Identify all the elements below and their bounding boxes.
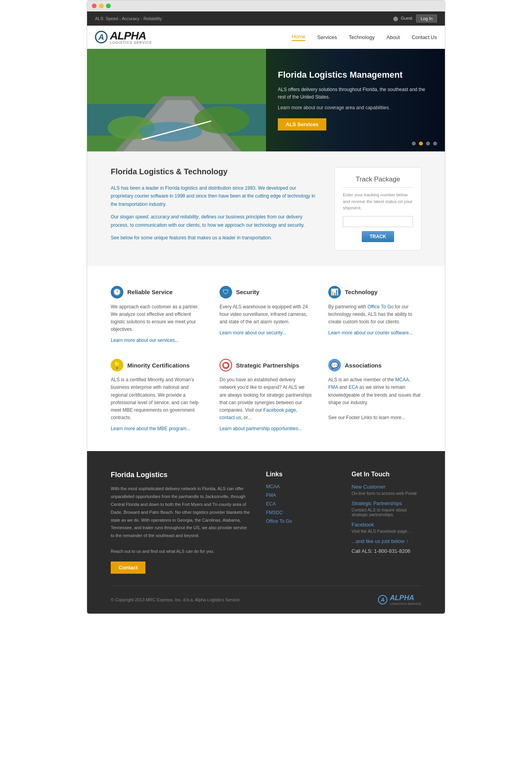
tracking-number-input[interactable] xyxy=(343,216,413,227)
logo: A ALPHA LOGISTICS SERVICE xyxy=(95,30,152,45)
features-section: 🕐 Reliable Service We approach each cust… xyxy=(87,266,445,451)
footer-facebook-link[interactable]: Facebook xyxy=(352,522,421,528)
footer-link-fmsdc[interactable]: FMSDC xyxy=(266,510,336,515)
feature-link-5[interactable]: Learn about partnership opportunities... xyxy=(219,426,302,431)
hero-content: Florida Logistics Management ALS offers … xyxy=(266,49,445,151)
feature-header-6: 💬 Associations xyxy=(328,359,421,371)
main-para-2: Our slogan speed, accuracy and reliabili… xyxy=(111,213,319,229)
feature-desc-5: Do you have an established delivery netw… xyxy=(219,376,313,422)
footer-copyright: © Copyright 2013 MRC Express, Inc. d.b.a… xyxy=(111,597,240,602)
main-left: Florida Logistics & Technology ALS has b… xyxy=(111,167,319,250)
feature-title-6: Associations xyxy=(345,362,381,369)
footer-contact-button[interactable]: Contact xyxy=(111,561,145,574)
footer-links-title: Links xyxy=(266,471,336,478)
als-services-button[interactable]: ALS Services xyxy=(278,118,326,131)
footer-get-title: Get In Touch xyxy=(352,471,421,478)
footer: Florida Logistics With the most sophisti… xyxy=(87,451,445,613)
feature-link-1[interactable]: Learn more about our services... xyxy=(111,338,179,343)
logo-text-wrap: ALPHA LOGISTICS SERVICE xyxy=(110,30,152,45)
user-icon xyxy=(393,17,398,21)
footer-facebook-like[interactable]: ...and like us just below ↑ xyxy=(352,538,421,544)
maximize-btn-dot[interactable] xyxy=(106,4,111,8)
track-button[interactable]: TRACK xyxy=(362,231,394,242)
main-para-1: ALS has been a leader in Florida logisti… xyxy=(111,184,319,208)
office-to-go-link[interactable]: Office To Go xyxy=(367,304,393,310)
feature-title-1: Reliable Service xyxy=(127,289,173,295)
feature-link-3[interactable]: Learn more about our courier software... xyxy=(328,330,413,336)
footer-logo-text: ALPHA xyxy=(390,594,414,602)
chat-icon: 💬 xyxy=(328,359,341,371)
feature-title-2: Security xyxy=(236,289,259,295)
feature-partnerships: ⭕ Strategic Partnerships Do you have an … xyxy=(219,359,313,431)
hero-dot-2[interactable] xyxy=(419,142,423,146)
feature-desc-4: ALS is a certified Minority and Woman's … xyxy=(111,376,204,422)
feature-header-1: 🕐 Reliable Service xyxy=(111,286,204,298)
hero-sub: Learn more about our coverage area and c… xyxy=(278,105,433,110)
top-bar-right: Guest Log In xyxy=(393,15,437,22)
login-button[interactable]: Log In xyxy=(416,15,437,22)
track-desc: Enter your tracking number below and rec… xyxy=(343,192,413,211)
footer-divider xyxy=(111,586,421,586)
top-bar: ALS: Speed - Accuracy - Reliability Gues… xyxy=(87,11,445,26)
footer-logo-sub: LOGISTICS SERVICE xyxy=(390,602,421,606)
footer-link-fma[interactable]: FMA xyxy=(266,492,336,498)
svg-point-5 xyxy=(194,106,249,134)
main-para-3: See below for some unique features that … xyxy=(111,234,319,242)
nav-services[interactable]: Services xyxy=(317,34,337,40)
feature-link-4[interactable]: Learn more about the MBE program... xyxy=(111,426,190,431)
footer-new-customer-link[interactable]: New Customer xyxy=(352,484,421,490)
hero-dot-1[interactable] xyxy=(412,142,416,146)
footer-facebook-sub: Visit the ALS Facebook page... xyxy=(352,529,421,534)
feature-title-4: Minority Certifications xyxy=(127,362,190,369)
footer-logo-text-wrap: ALPHA LOGISTICS SERVICE xyxy=(390,594,421,606)
feature-reliable-service: 🕐 Reliable Service We approach each cust… xyxy=(111,286,204,343)
footer-col-florida: Florida Logistics With the most sophisti… xyxy=(111,471,250,573)
features-grid: 🕐 Reliable Service We approach each cust… xyxy=(111,286,421,432)
nav-about[interactable]: About xyxy=(387,34,400,40)
logo-circle: A xyxy=(95,31,108,43)
logo-sub: LOGISTICS SERVICE xyxy=(110,41,152,45)
feature-header-2: 🛡 Security xyxy=(219,286,313,298)
ring-icon: ⭕ xyxy=(219,359,232,371)
mcaa-link[interactable]: MCAA xyxy=(395,377,409,382)
minimize-btn-dot[interactable] xyxy=(99,4,104,8)
feature-header-4: 💡 Minority Certifications xyxy=(111,359,204,371)
facebook-link[interactable]: Facebook page xyxy=(263,407,296,413)
shield-icon: 🛡 xyxy=(219,286,232,298)
track-box: Track Package Enter your tracking number… xyxy=(335,167,421,250)
nav-technology[interactable]: Technology xyxy=(349,34,375,40)
guest-label: Guest xyxy=(393,16,412,21)
slogan-text: ALS: Speed - Accuracy - Reliability xyxy=(95,16,162,21)
contact-us-link-5[interactable]: contact us xyxy=(219,415,241,420)
close-btn-dot[interactable] xyxy=(92,4,97,8)
fma-link[interactable]: FMA xyxy=(328,384,338,390)
feature-desc-6: ALS is an active member of the MCAA, FMA… xyxy=(328,376,421,422)
nav-bar: A ALPHA LOGISTICS SERVICE Home Services … xyxy=(87,26,445,49)
hero-image xyxy=(87,49,266,151)
track-divider xyxy=(343,187,413,188)
feature-desc-2: Every ALS warehouse is equipped with 24 … xyxy=(219,303,313,326)
hero-section: Florida Logistics Management ALS offers … xyxy=(87,49,445,151)
feature-header-5: ⭕ Strategic Partnerships xyxy=(219,359,313,371)
footer-col-links: Links MCAA FMA ECA FMSDC Office To Go xyxy=(266,471,336,573)
footer-link-officetogo[interactable]: Office To Go xyxy=(266,519,336,524)
road-svg xyxy=(87,49,266,151)
feature-title-3: Technology xyxy=(345,289,378,295)
footer-phone: Call ALS: 1-800-831-8206 xyxy=(352,548,421,554)
hero-dot-3[interactable] xyxy=(426,142,430,146)
nav-home[interactable]: Home xyxy=(292,34,305,41)
nav-contact[interactable]: Contact Us xyxy=(412,34,437,40)
footer-link-eca[interactable]: ECA xyxy=(266,501,336,507)
footer-link-mcaa[interactable]: MCAA xyxy=(266,484,336,489)
feature-security: 🛡 Security Every ALS warehouse is equipp… xyxy=(219,286,313,343)
footer-strategic-link[interactable]: Strategic Partnerships xyxy=(352,500,421,506)
hero-dot-4[interactable] xyxy=(433,142,437,146)
track-title: Track Package xyxy=(343,175,413,183)
hero-dots xyxy=(412,142,437,146)
feature-link-2[interactable]: Learn more about our security... xyxy=(219,330,286,336)
footer-new-customer-sub: On-line form to access web Portal xyxy=(352,491,421,496)
nav-links: Home Services Technology About Contact U… xyxy=(292,34,437,41)
eca-link[interactable]: ECA xyxy=(348,384,358,390)
main-section: Florida Logistics & Technology ALS has b… xyxy=(87,151,445,266)
feature-title-5: Strategic Partnerships xyxy=(236,362,299,369)
